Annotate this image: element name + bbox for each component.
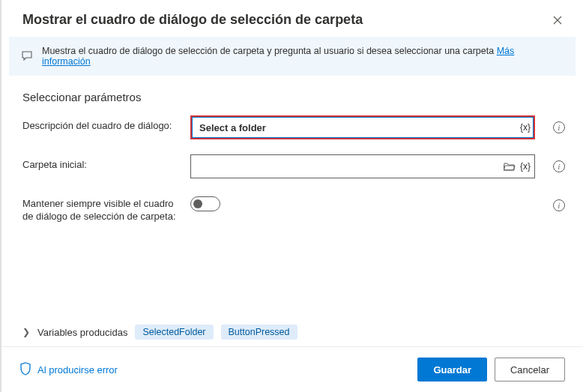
close-icon: [553, 16, 562, 25]
save-button[interactable]: Guardar: [417, 358, 487, 382]
close-button[interactable]: [550, 13, 565, 28]
dialog-footer: Al producirse error Guardar Cancelar: [1, 346, 583, 392]
dialog-title: Mostrar el cuadro de diálogo de selecció…: [22, 12, 363, 28]
info-icon[interactable]: i: [553, 199, 565, 211]
banner-text: Muestra el cuadro de diálogo de selecció…: [42, 46, 564, 67]
param-row-initial-folder: Carpeta inicial: {x} i: [22, 154, 565, 178]
dialog-header: Mostrar el cuadro de diálogo de selecció…: [1, 0, 583, 37]
info-icon[interactable]: i: [553, 121, 565, 133]
keep-visible-label: Mantener siempre visible el cuadro de di…: [22, 193, 181, 223]
param-row-description: Descripción del cuadro de diálogo: {x} i: [22, 115, 565, 139]
variables-produced-section: ❯ Variables producidas SelectedFolder Bu…: [22, 325, 297, 340]
variable-picker-icon[interactable]: {x}: [520, 122, 531, 133]
cancel-button[interactable]: Cancelar: [495, 358, 565, 382]
on-error-link[interactable]: Al producirse error: [19, 362, 118, 378]
initial-folder-label: Carpeta inicial:: [22, 154, 181, 172]
comment-icon: [21, 49, 33, 64]
keep-visible-toggle[interactable]: [190, 196, 220, 211]
param-row-keep-visible: Mantener siempre visible el cuadro de di…: [22, 193, 565, 223]
shield-icon: [19, 362, 31, 378]
folder-browse-icon[interactable]: [504, 161, 516, 172]
chevron-right-icon[interactable]: ❯: [22, 327, 30, 337]
section-title: Seleccionar parámetros: [1, 76, 583, 109]
parameters-panel: Descripción del cuadro de diálogo: {x} i…: [1, 109, 583, 223]
description-label: Descripción del cuadro de diálogo:: [22, 115, 181, 133]
variable-chip-buttonpressed[interactable]: ButtonPressed: [221, 325, 297, 340]
description-input[interactable]: [190, 115, 535, 139]
variable-chip-selectedfolder[interactable]: SelectedFolder: [135, 325, 213, 340]
initial-folder-input[interactable]: [190, 154, 535, 178]
info-icon[interactable]: i: [553, 160, 565, 172]
variable-picker-icon[interactable]: {x}: [520, 161, 531, 172]
on-error-label: Al producirse error: [37, 364, 118, 376]
info-banner: Muestra el cuadro de diálogo de selecció…: [9, 37, 576, 76]
variables-label: Variables producidas: [37, 327, 127, 338]
toggle-knob: [193, 199, 202, 208]
